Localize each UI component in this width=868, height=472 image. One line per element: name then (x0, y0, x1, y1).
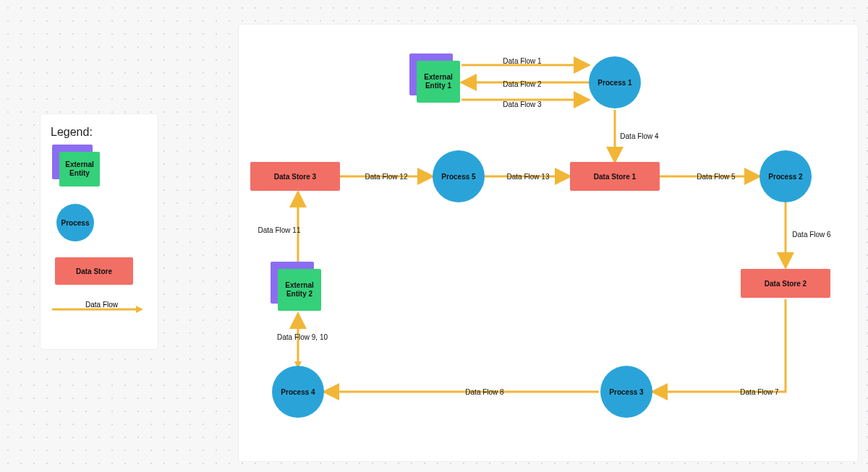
node-entity-2[interactable]: External Entity 2 (278, 269, 321, 311)
flow-7-label: Data Flow 7 (740, 388, 778, 396)
node-process-5[interactable]: Process 5 (433, 150, 485, 202)
flow-8-label: Data Flow 8 (465, 388, 503, 396)
flow-2-label: Data Flow 2 (503, 80, 541, 88)
legend-datastore: Data Store (55, 257, 133, 285)
process-1-label: Process 1 (597, 79, 631, 87)
flow-6-label: Data Flow 6 (792, 231, 830, 239)
datastore-2-label: Data Store 2 (765, 280, 807, 288)
process-3-label: Process 3 (609, 388, 643, 396)
datastore-1-label: Data Store 1 (594, 173, 636, 181)
legend-datastore-label: Data Store (76, 267, 112, 275)
legend-entity-shape: External Entity (59, 152, 100, 186)
legend-process-label: Process (61, 219, 90, 227)
process-2-label: Process 2 (768, 173, 802, 181)
diagram-canvas[interactable]: Data Flow 1 Data Flow 2 Data Flow 3 Data… (239, 25, 858, 461)
flow-9-10-label: Data Flow 9, 10 (277, 333, 328, 341)
node-datastore-1[interactable]: Data Store 1 (570, 162, 660, 191)
legend-title: Legend: (51, 126, 148, 139)
entity-2-shape: External Entity 2 (278, 269, 321, 311)
flow-11-label: Data Flow 11 (258, 226, 301, 234)
legend-panel: Legend: External Entity Process Data Sto… (41, 114, 158, 349)
flow-4-label: Data Flow 4 (620, 132, 658, 140)
node-datastore-3[interactable]: Data Store 3 (250, 162, 340, 191)
process-5-label: Process 5 (441, 173, 475, 181)
legend-entity-label: External Entity (59, 160, 100, 178)
legend-flow-label: Data Flow (85, 301, 118, 309)
flow-12-label: Data Flow 12 (365, 173, 408, 181)
flow-1-label: Data Flow 1 (503, 57, 541, 65)
node-process-4[interactable]: Process 4 (272, 366, 324, 418)
legend-process: Process (56, 204, 94, 241)
entity-1-shape: External Entity 1 (417, 61, 460, 103)
node-process-1[interactable]: Process 1 (589, 56, 641, 108)
node-entity-1[interactable]: External Entity 1 (417, 61, 460, 103)
node-process-3[interactable]: Process 3 (600, 366, 652, 418)
entity-1-label: External Entity 1 (417, 73, 460, 90)
legend-entity: External Entity (59, 152, 100, 186)
flow-5-label: Data Flow 5 (697, 173, 735, 181)
flow-13-label: Data Flow 13 (507, 173, 550, 181)
svg-marker-1 (136, 306, 143, 313)
datastore-3-label: Data Store 3 (274, 173, 316, 181)
legend-flow: Data Flow (51, 304, 148, 314)
node-process-2[interactable]: Process 2 (760, 150, 812, 202)
node-datastore-2[interactable]: Data Store 2 (741, 269, 830, 298)
entity-2-label: External Entity 2 (278, 281, 321, 299)
flow-7[interactable] (652, 299, 786, 392)
process-4-label: Process 4 (281, 388, 315, 396)
flow-3-label: Data Flow 3 (503, 100, 541, 108)
